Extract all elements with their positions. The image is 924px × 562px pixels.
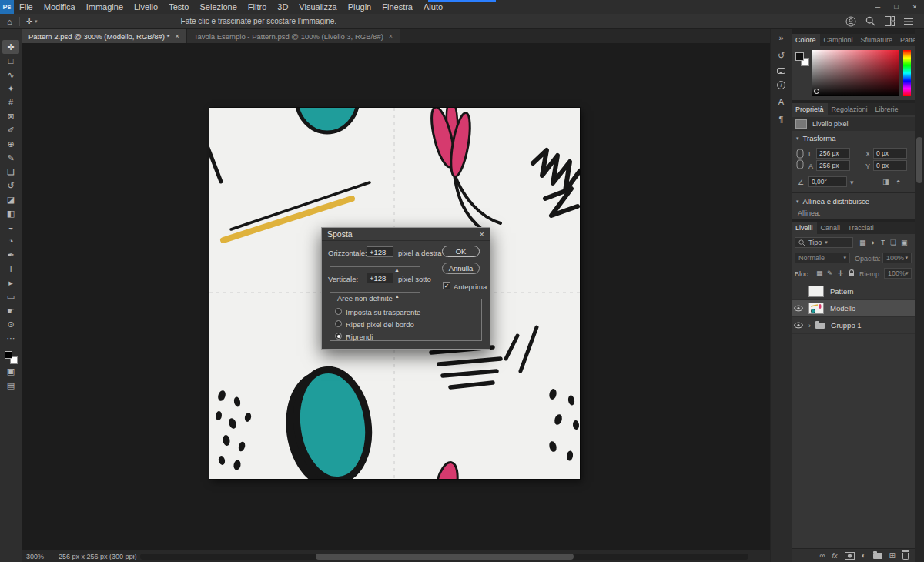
dodge-tool[interactable]: ◔: [2, 234, 19, 248]
move-tool[interactable]: ✛: [2, 40, 19, 54]
tab-tracciati[interactable]: Tracciati: [844, 222, 878, 234]
crop-tool[interactable]: #: [2, 95, 19, 109]
saturation-brightness-field[interactable]: [812, 50, 899, 96]
layer-effects-icon[interactable]: fx: [832, 552, 838, 560]
gradient-tool[interactable]: ◧: [2, 206, 19, 220]
layer-row-modello[interactable]: Modello: [792, 300, 915, 317]
type-tool[interactable]: T: [2, 262, 19, 276]
foreground-color-swatch[interactable]: [5, 351, 12, 359]
document-tab-pattern2[interactable]: Pattern 2.psd @ 300% (Modello, RGB/8#) *…: [22, 29, 186, 43]
horizontal-scrollbar[interactable]: [140, 554, 748, 560]
lasso-tool[interactable]: ∿: [2, 68, 19, 82]
paragraph-panel-icon[interactable]: ¶: [779, 114, 784, 125]
lock-transparency-icon[interactable]: ▦: [816, 269, 823, 277]
menu-filtro[interactable]: Filtro: [243, 0, 272, 14]
tab-close-icon[interactable]: ×: [175, 32, 179, 40]
radio-wrap-around[interactable]: [335, 333, 342, 340]
cancel-button[interactable]: Annulla: [442, 263, 480, 274]
new-layer-icon[interactable]: ⊞: [889, 549, 896, 562]
dock-scrollbar-thumb[interactable]: [916, 137, 922, 183]
share-user-icon[interactable]: [845, 16, 856, 27]
menu-livello[interactable]: Livello: [129, 0, 163, 14]
horizontal-slider-thumb[interactable]: ▲: [394, 267, 400, 273]
transform-section-header[interactable]: ▾ Trasforma: [796, 134, 835, 142]
collapse-panels-icon[interactable]: »: [778, 32, 783, 43]
radio-transparent[interactable]: [335, 308, 342, 315]
minimize-button[interactable]: ─: [869, 0, 887, 14]
menu-plugin[interactable]: Plugin: [343, 0, 377, 14]
horizontal-offset-input[interactable]: [367, 246, 393, 257]
screen-mode-button[interactable]: ▤: [2, 378, 19, 392]
adjustment-layer-icon[interactable]: ◐: [862, 549, 866, 562]
marquee-tool[interactable]: □: [2, 54, 19, 68]
history-panel-icon[interactable]: ↺: [778, 50, 785, 61]
delete-layer-icon[interactable]: [902, 553, 909, 560]
menu-list-icon[interactable]: [904, 18, 913, 25]
vertical-slider[interactable]: ▲: [330, 292, 420, 293]
tab-livelli[interactable]: Livelli: [792, 222, 817, 234]
menu-file[interactable]: File: [14, 0, 38, 14]
tab-librerie[interactable]: Librerie: [872, 103, 902, 115]
menu-selezione[interactable]: Selezione: [194, 0, 242, 14]
x-input[interactable]: 0 px: [873, 148, 907, 159]
menu-finestra[interactable]: Finestra: [377, 0, 418, 14]
menu-immagine[interactable]: Immagine: [81, 0, 129, 14]
rotation-dropdown-icon[interactable]: ▾: [850, 179, 854, 186]
visibility-toggle[interactable]: [792, 300, 805, 317]
panel-color-swatches[interactable]: [795, 52, 809, 66]
layer-row-pattern[interactable]: Pattern: [792, 283, 915, 300]
zoom-level[interactable]: 300%: [26, 553, 44, 560]
tab-sfumature[interactable]: Sfumature: [857, 34, 897, 46]
flip-horizontal-icon[interactable]: ◨: [882, 178, 889, 186]
color-picker-cursor[interactable]: [814, 89, 819, 94]
canvas-area[interactable]: Sposta × Orizzontale: pixel a destra OK …: [22, 43, 770, 550]
path-selection-tool[interactable]: ▸: [2, 276, 19, 289]
link-dimensions-icon[interactable]: [796, 149, 804, 170]
filter-adjustment-layers-icon[interactable]: ◑: [870, 239, 874, 246]
shape-tool[interactable]: ▭: [2, 289, 19, 303]
opacity-select[interactable]: 100% ▾: [882, 253, 912, 263]
flip-vertical-icon[interactable]: ◓: [896, 178, 900, 186]
filter-smart-objects-icon[interactable]: ▣: [901, 239, 908, 246]
width-input[interactable]: 256 px: [816, 148, 850, 159]
lock-position-icon[interactable]: ✛: [838, 269, 844, 277]
horizontal-scrollbar-thumb[interactable]: [316, 554, 574, 560]
tab-regolazioni[interactable]: Regolazioni: [828, 103, 872, 115]
status-expand-icon[interactable]: ›: [132, 553, 135, 560]
preview-checkbox[interactable]: ✓: [443, 282, 450, 289]
tab-proprieta[interactable]: Proprietà: [792, 103, 828, 115]
foreground-color-swatch[interactable]: [795, 52, 804, 61]
tab-campioni[interactable]: Campioni: [820, 34, 857, 46]
layer-thumbnail[interactable]: [808, 286, 824, 297]
zoom-tool[interactable]: ⊙: [2, 317, 19, 331]
workspace-grid-icon[interactable]: [885, 16, 895, 26]
menu-visualizza[interactable]: Visualizza: [293, 0, 342, 14]
dialog-close-icon[interactable]: ×: [480, 229, 484, 239]
filter-shape-layers-icon[interactable]: ❏: [890, 239, 896, 246]
group-expand-chevron[interactable]: ›: [808, 322, 811, 330]
close-button[interactable]: ×: [906, 0, 924, 14]
clone-stamp-tool[interactable]: ❏: [2, 165, 19, 179]
frame-tool[interactable]: ⊠: [2, 109, 19, 123]
rotation-input[interactable]: 0,00°: [808, 176, 847, 187]
horizontal-slider[interactable]: ▲: [330, 266, 420, 267]
tab-colore[interactable]: Colore: [792, 34, 820, 46]
filter-pixel-layers-icon[interactable]: ▦: [859, 239, 866, 246]
align-section-header[interactable]: ▾ Allinea e distribuisce: [796, 197, 869, 206]
blur-tool[interactable]: ◒: [2, 220, 19, 234]
pen-tool[interactable]: ✒: [2, 248, 19, 262]
tab-close-icon[interactable]: ×: [389, 32, 393, 40]
hand-tool[interactable]: ☛: [2, 303, 19, 317]
document-tab-tavola-esempio[interactable]: Tavola Esempio - Pattern.psd @ 100% (Liv…: [186, 29, 400, 43]
menu-modifica[interactable]: Modifica: [38, 0, 81, 14]
quick-mask-button[interactable]: ▣: [2, 364, 19, 378]
active-tool-preset[interactable]: ✛ ▾: [20, 17, 44, 25]
history-brush-tool[interactable]: ↺: [2, 179, 19, 192]
radio-repeat-edge[interactable]: [335, 320, 342, 327]
eyedropper-tool[interactable]: ✐: [2, 123, 19, 137]
dock-scrollbar[interactable]: [915, 29, 924, 562]
layer-row-gruppo1[interactable]: › Gruppo 1: [792, 317, 915, 334]
blend-mode-select[interactable]: Normale ▾: [795, 253, 850, 263]
height-input[interactable]: 256 px: [816, 160, 850, 171]
filter-type-layers-icon[interactable]: T: [881, 239, 886, 246]
